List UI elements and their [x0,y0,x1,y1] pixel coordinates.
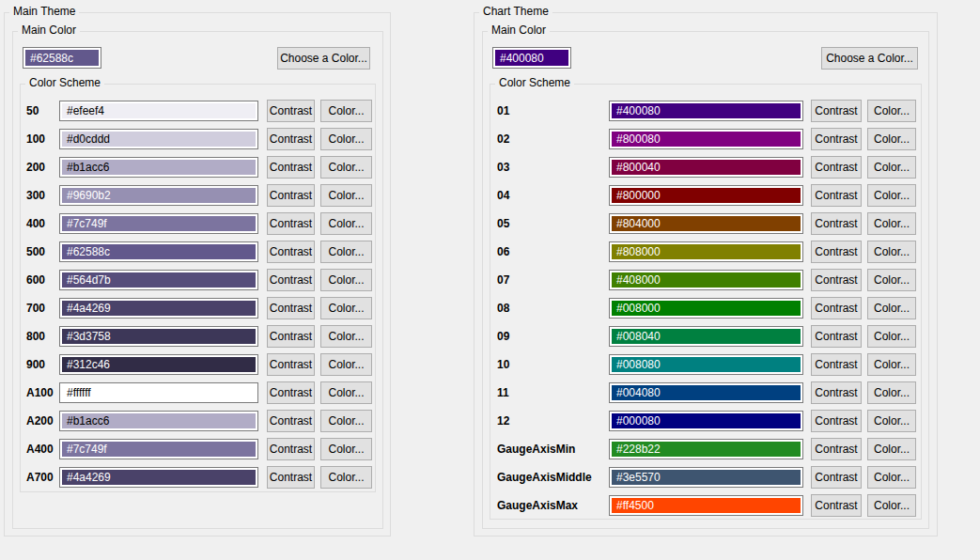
contrast-button[interactable]: Contrast [267,381,315,404]
contrast-button[interactable]: Contrast [811,241,862,263]
color-swatch-field[interactable]: #b1acc6 [59,411,258,431]
color-button[interactable]: Color... [320,100,372,122]
contrast-button[interactable]: Contrast [811,438,862,460]
color-swatch-field[interactable]: #008080 [609,354,803,375]
main-color-swatch[interactable]: #62588c [23,47,101,69]
contrast-button[interactable]: Contrast [811,494,862,517]
color-swatch-field[interactable]: #808000 [609,241,803,262]
color-button[interactable]: Color... [320,212,372,235]
color-button[interactable]: Color... [320,128,372,150]
contrast-button[interactable]: Contrast [811,410,862,432]
color-button[interactable]: Color... [320,410,372,432]
choose-color-button[interactable]: Choose a Color... [821,47,918,70]
contrast-button[interactable]: Contrast [811,325,862,348]
color-swatch-field[interactable]: #400080 [609,101,803,121]
contrast-button[interactable]: Contrast [267,128,315,150]
color-scheme-row: 04#800000ContrastColor... [490,184,921,212]
color-swatch-field[interactable]: #800080 [609,129,803,149]
color-swatch-field[interactable]: #804000 [609,213,803,234]
color-button[interactable]: Color... [867,100,916,122]
color-button[interactable]: Color... [867,241,916,263]
color-swatch-field[interactable]: #3e5570 [609,467,803,488]
contrast-button[interactable]: Contrast [267,325,315,348]
color-swatch-field[interactable]: #800000 [609,185,803,206]
color-button[interactable]: Color... [867,297,916,319]
color-swatch-field[interactable]: #008040 [609,326,803,347]
contrast-button[interactable]: Contrast [267,438,315,460]
color-button[interactable]: Color... [867,353,916,376]
main-color-swatch[interactable]: #400080 [492,47,571,69]
color-button[interactable]: Color... [867,410,916,432]
choose-color-button[interactable]: Choose a Color... [277,47,370,70]
contrast-button[interactable]: Contrast [811,353,862,376]
color-scheme-row: 01#400080ContrastColor... [490,100,921,128]
color-scheme-row: 900#312c46ContrastColor... [21,353,375,381]
contrast-button[interactable]: Contrast [267,297,315,319]
color-swatch-field[interactable]: #564d7b [59,270,258,290]
color-scheme-rows: 50#efeef4ContrastColor...100#d0cdddContr… [21,100,375,494]
color-swatch-field[interactable]: #004080 [609,382,803,403]
contrast-button[interactable]: Contrast [267,184,315,207]
color-button[interactable]: Color... [867,494,916,517]
color-scheme-row-label: 600 [26,269,45,291]
color-button[interactable]: Color... [867,156,916,179]
color-hex-value: #b1acc6 [62,160,256,175]
color-scheme-row: 50#efeef4ContrastColor... [21,100,375,128]
color-button[interactable]: Color... [320,297,372,319]
contrast-button[interactable]: Contrast [811,297,862,319]
color-swatch-field[interactable]: #4a4269 [59,298,258,319]
color-button[interactable]: Color... [320,438,372,460]
color-swatch-field[interactable]: #312c46 [59,354,258,375]
color-swatch-field[interactable]: #b1acc6 [59,157,258,178]
color-button[interactable]: Color... [320,269,372,291]
color-button[interactable]: Color... [320,156,372,179]
color-swatch-field[interactable]: #7c749f [59,439,258,459]
contrast-button[interactable]: Contrast [811,212,862,235]
color-swatch-field[interactable]: #ffffff [59,382,258,403]
contrast-button[interactable]: Contrast [267,410,315,432]
color-hex-value: #808000 [612,244,801,259]
contrast-button[interactable]: Contrast [811,184,862,207]
contrast-button[interactable]: Contrast [811,128,862,150]
color-button[interactable]: Color... [867,466,916,489]
color-swatch-field[interactable]: #7c749f [59,213,258,234]
color-button[interactable]: Color... [867,184,916,207]
color-button[interactable]: Color... [867,325,916,348]
color-swatch-field[interactable]: #000080 [609,411,803,431]
color-swatch-field[interactable]: #228b22 [609,439,803,459]
contrast-button[interactable]: Contrast [267,466,315,489]
color-button[interactable]: Color... [867,438,916,460]
color-scheme-row-label: 300 [26,184,45,207]
contrast-button[interactable]: Contrast [811,156,862,179]
color-button[interactable]: Color... [320,241,372,263]
color-swatch-field[interactable]: #800040 [609,157,803,178]
color-swatch-field[interactable]: #008000 [609,298,803,319]
color-button[interactable]: Color... [320,353,372,376]
color-button[interactable]: Color... [320,381,372,404]
color-button[interactable]: Color... [867,212,916,235]
color-swatch-field[interactable]: #3d3758 [59,326,258,347]
contrast-button[interactable]: Contrast [811,269,862,291]
color-swatch-field[interactable]: #ff4500 [609,495,803,516]
color-swatch-field[interactable]: #408000 [609,270,803,290]
color-button[interactable]: Color... [867,128,916,150]
color-button[interactable]: Color... [320,466,372,489]
color-button[interactable]: Color... [320,325,372,348]
contrast-button[interactable]: Contrast [267,212,315,235]
contrast-button[interactable]: Contrast [267,241,315,263]
color-swatch-field[interactable]: #efeef4 [59,101,258,121]
contrast-button[interactable]: Contrast [811,381,862,404]
color-button[interactable]: Color... [867,381,916,404]
contrast-button[interactable]: Contrast [267,269,315,291]
color-swatch-field[interactable]: #4a4269 [59,467,258,488]
contrast-button[interactable]: Contrast [811,466,862,489]
contrast-button[interactable]: Contrast [267,100,315,122]
color-swatch-field[interactable]: #d0cddd [59,129,258,149]
contrast-button[interactable]: Contrast [267,353,315,376]
color-button[interactable]: Color... [867,269,916,291]
color-swatch-field[interactable]: #62588c [59,241,258,262]
color-swatch-field[interactable]: #9690b2 [59,185,258,206]
contrast-button[interactable]: Contrast [267,156,315,179]
color-button[interactable]: Color... [320,184,372,207]
contrast-button[interactable]: Contrast [811,100,862,122]
